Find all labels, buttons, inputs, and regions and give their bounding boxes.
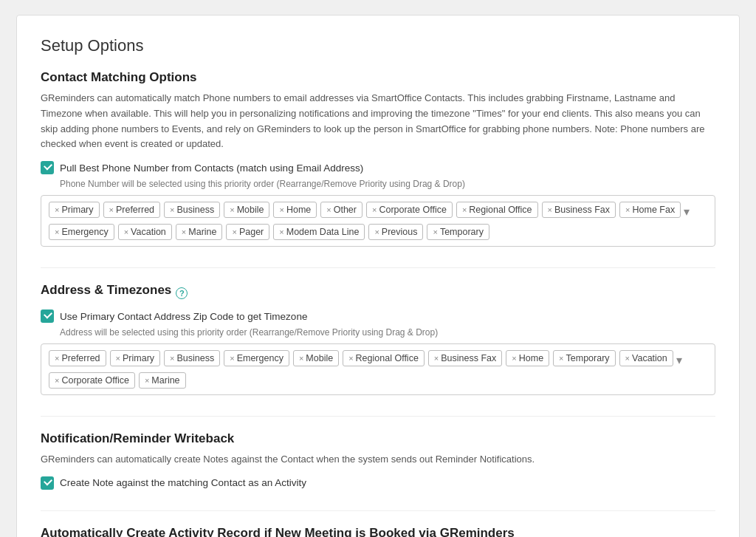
tag-remove-icon[interactable]: × [559,354,563,363]
tag-remove-icon[interactable]: × [326,205,331,214]
tag-remove-icon[interactable]: × [55,376,59,385]
tag-label: Home [286,205,311,215]
phone-tag[interactable]: ×Business Fax [542,202,616,218]
tag-remove-icon[interactable]: × [279,205,284,214]
tag-remove-icon[interactable]: × [625,354,630,363]
tag-remove-icon[interactable]: × [145,376,149,385]
tag-label: Temporary [566,353,610,363]
phone-tag[interactable]: ×Temporary [427,224,489,240]
tag-label: Corporate Office [61,375,128,386]
create-note-checkbox[interactable] [41,476,54,490]
tag-remove-icon[interactable]: × [374,228,379,236]
tag-label: Emergency [237,353,284,363]
address-tag[interactable]: ×Vacation [619,350,673,366]
pull-best-phone-checkbox[interactable] [41,161,54,174]
phone-tags-inner2: ×Emergency×Vacation×Marine×Pager×Modem D… [49,224,707,240]
phone-tag[interactable]: ×Modem Data Line [273,224,365,240]
phone-tag[interactable]: ×Emergency [49,224,114,240]
tag-remove-icon[interactable]: × [124,228,128,236]
address-tag[interactable]: ×Marine [139,372,186,389]
tag-remove-icon[interactable]: × [55,228,59,236]
tag-remove-icon[interactable]: × [433,228,437,236]
tag-label: Primary [123,353,154,363]
phone-tag[interactable]: ×Preferred [103,202,161,218]
tag-label: Primary [61,205,93,215]
tag-label: Other [334,205,357,215]
notification-writeback-title: Notification/Reminder Writeback [41,431,715,446]
phone-tag[interactable]: ×Pager [226,224,269,240]
address-priority-note: Address will be selected using this prio… [60,327,715,338]
address-tag[interactable]: ×Business Fax [428,350,502,366]
address-tag[interactable]: ×Corporate Office [49,372,135,389]
tag-remove-icon[interactable]: × [279,228,284,236]
phone-tag[interactable]: ×Previous [368,224,423,240]
phone-tag[interactable]: ×Primary [49,202,100,218]
phone-tag[interactable]: ×Home [273,202,317,218]
address-tag[interactable]: ×Business [164,350,220,366]
address-tag[interactable]: ×Regional Office [343,350,425,366]
tag-remove-icon[interactable]: × [462,205,467,214]
tag-remove-icon[interactable]: × [434,354,439,363]
address-timezones-title-row: Address & Timezones ? [41,283,715,304]
activity-record-title: Automatically Create Activity Record if … [41,526,715,537]
address-timezones-help-icon[interactable]: ? [176,287,188,299]
tag-remove-icon[interactable]: × [170,354,174,363]
phone-tag[interactable]: ×Business [164,202,220,218]
tag-remove-icon[interactable]: × [230,205,234,214]
tag-label: Pager [239,227,264,237]
phone-tag[interactable]: ×Regional Office [456,202,538,218]
address-timezones-section: Address & Timezones ? Use Primary Contac… [41,283,715,395]
create-note-label: Create Note against the matching Contact… [60,477,306,488]
tag-remove-icon[interactable]: × [230,354,234,363]
tag-remove-icon[interactable]: × [548,205,552,214]
tag-label: Emergency [61,227,108,237]
notification-writeback-section: Notification/Reminder Writeback GReminde… [41,431,715,490]
tag-remove-icon[interactable]: × [625,205,630,214]
phone-tags-scroll-btn[interactable]: ▾ [681,203,693,220]
phone-tag[interactable]: ×Other [320,202,362,218]
tag-remove-icon[interactable]: × [372,205,377,214]
address-tag[interactable]: ×Primary [110,350,161,366]
address-tag[interactable]: ×Emergency [224,350,289,366]
tag-remove-icon[interactable]: × [109,205,114,214]
tag-label: Marine [151,375,179,386]
use-primary-address-checkbox[interactable] [41,309,54,323]
tag-label: Vacation [131,227,166,237]
phone-tag[interactable]: ×Vacation [118,224,172,240]
address-tag[interactable]: ×Home [506,350,549,366]
tag-remove-icon[interactable]: × [55,205,59,214]
address-tags-row1: ×Preferred×Primary×Business×Emergency×Mo… [49,350,685,369]
pull-best-phone-row: Pull Best Phone Number from Contacts (ma… [41,161,715,174]
tag-label: Home Fax [632,205,675,215]
address-tag[interactable]: ×Temporary [553,350,615,366]
phone-tag[interactable]: ×Corporate Office [366,202,453,218]
divider2 [41,416,715,417]
phone-tags-container: ×Primary×Preferred×Business×Mobile×Home×… [41,195,715,247]
tag-remove-icon[interactable]: × [348,354,353,363]
tag-remove-icon[interactable]: × [232,228,236,236]
phone-tag[interactable]: ×Marine [176,224,223,240]
address-tags-scroll-btn[interactable]: ▾ [673,352,685,369]
address-timezones-title: Address & Timezones [41,283,171,298]
create-note-row: Create Note against the matching Contact… [41,476,715,490]
address-tag[interactable]: ×Preferred [49,350,106,366]
tag-remove-icon[interactable]: × [170,205,174,214]
phone-tags-row1: ×Primary×Preferred×Business×Mobile×Home×… [49,202,693,220]
tag-remove-icon[interactable]: × [299,354,303,363]
tag-remove-icon[interactable]: × [512,354,516,363]
tag-label: Mobile [306,353,333,363]
tag-label: Previous [382,227,418,237]
tag-remove-icon[interactable]: × [116,354,120,363]
use-primary-address-label: Use Primary Contact Address Zip Code to … [60,311,307,322]
tag-remove-icon[interactable]: × [182,228,186,236]
phone-tags-inner1: ×Primary×Preferred×Business×Mobile×Home×… [49,202,681,218]
phone-tag[interactable]: ×Home Fax [619,202,681,218]
address-tags-container: ×Preferred×Primary×Business×Emergency×Mo… [41,343,715,395]
notification-writeback-description: GReminders can automatically create Note… [41,452,715,468]
tag-label: Preferred [61,353,100,363]
address-tag[interactable]: ×Mobile [293,350,339,366]
phone-tag[interactable]: ×Mobile [224,202,269,218]
tag-remove-icon[interactable]: × [55,354,59,363]
contact-matching-description: GReminders can automatically match Phone… [41,91,715,152]
tag-label: Regional Office [356,353,419,363]
